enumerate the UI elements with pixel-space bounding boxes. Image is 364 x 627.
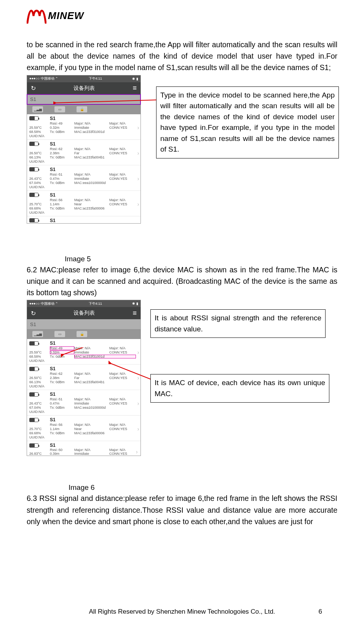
device-battery-pct: 69.68% — [29, 431, 50, 435]
device-tx: Tx: 0dBm — [50, 431, 74, 435]
menu-icon[interactable] — [133, 309, 137, 317]
device-tx: Tx: 0dBm — [50, 130, 74, 134]
device-name: S1 — [50, 417, 140, 422]
device-uuid: UUID:N/A — [29, 384, 140, 388]
device-tx: Tx: 0dBm — [50, 181, 74, 185]
sort-signal-icon[interactable]: ▁▃▅ — [32, 106, 43, 112]
sort-lock-icon[interactable]: 🔒 — [77, 331, 87, 337]
device-conn: CONN:YES — [109, 126, 136, 130]
search-input[interactable]: S1 — [27, 319, 140, 329]
device-major2: Major: N/A — [109, 122, 136, 125]
device-major1: Major: N/A — [74, 173, 109, 176]
battery-icon — [29, 141, 50, 147]
device-proximity: Immidiate — [74, 350, 109, 354]
search-input[interactable]: S1 — [27, 94, 140, 104]
device-name: S1 — [50, 366, 140, 371]
device-major1: Major: N/A — [74, 397, 109, 401]
device-distance: 0.47m — [50, 177, 74, 181]
device-uuid: UUID:N/A — [29, 410, 140, 414]
refresh-icon[interactable] — [31, 310, 36, 317]
device-distance: 0.32m — [50, 126, 74, 130]
device-major2: Major: N/A — [109, 423, 136, 427]
callout-text: It is about RSSI signal strength and the… — [155, 314, 321, 333]
device-proximity: Immidiate — [74, 126, 109, 130]
device-major1: Major: N/A — [74, 448, 109, 452]
list-item[interactable]: S1Rssi:-62Major: N/AMajor: N/A›26.50°C2.… — [27, 140, 140, 165]
chevron-right-icon: › — [136, 372, 140, 384]
device-temp: 26.43°C — [29, 401, 50, 405]
device-conn: CONN:YES — [109, 151, 136, 155]
battery-icon — [29, 443, 50, 448]
sort-signal-icon[interactable]: ▁▃▅ — [32, 331, 43, 337]
chevron-right-icon: › — [136, 122, 140, 134]
device-major1: Major: N/A — [74, 122, 109, 125]
device-temp: 26.50°C — [29, 151, 50, 155]
device-conn: CONN:YES — [109, 401, 136, 405]
chevron-right-icon: › — [136, 448, 140, 456]
device-major2: Major: N/A — [109, 198, 136, 202]
sort-bar: ▁▃▅ ▭ 🔒 — [27, 329, 140, 339]
callout-box-3: It is MAC of device, each device has its… — [150, 374, 329, 403]
device-uuid: UUID:N/A — [29, 435, 140, 439]
device-rssi: Rssi:-51 — [50, 173, 74, 176]
device-uuid: UUID:N/A — [29, 134, 140, 138]
body-paragraph-1: to be scanned in the red search frame,th… — [27, 39, 337, 74]
callout-box-1: Type in the device model to be scanned h… — [156, 86, 339, 158]
refresh-icon[interactable] — [31, 85, 36, 92]
device-temp: 25.59°C — [29, 126, 50, 130]
device-battery-pct: 66.13% — [29, 155, 50, 159]
image6-caption: Image 6 — [69, 483, 337, 492]
device-mac: MAC:ac233fa00006 — [74, 431, 136, 435]
sort-card-icon[interactable]: ▭ — [54, 106, 65, 112]
chevron-right-icon: › — [136, 198, 140, 210]
battery-icon — [29, 116, 50, 121]
device-name: S1 — [50, 116, 140, 121]
list-item[interactable]: S1Rssi:-51Major: N/AMajor: N/A›26.43°C0.… — [27, 165, 140, 191]
device-distance: 1.14m — [50, 202, 74, 206]
menu-icon[interactable] — [133, 84, 137, 92]
list-item[interactable]: S1 Rssi:-50 Major: N/A Major: N/A › 26.8… — [27, 441, 140, 456]
chevron-right-icon: › — [136, 147, 140, 159]
battery-icon — [29, 167, 50, 172]
list-item[interactable]: S1Rssi:-62Major: N/AMajor: N/A›26.50°C2.… — [27, 365, 140, 390]
device-rssi: Rssi:-50 — [50, 448, 74, 452]
device-name: S1 — [50, 218, 140, 223]
battery-icon — [29, 218, 50, 223]
chevron-right-icon: › — [136, 173, 140, 185]
callout-box-2: It is about RSSI signal strength and the… — [150, 309, 326, 338]
body-paragraph-3: 6.3 RSSI signal and distance:please refe… — [27, 493, 337, 527]
callout-text: Type in the device model to be scanned h… — [160, 91, 335, 154]
list-item[interactable]: S1 — [27, 216, 140, 223]
device-name: S1 — [50, 341, 140, 346]
device-name: S1 — [50, 192, 140, 198]
device-name: S1 — [50, 443, 140, 448]
list-item[interactable]: S1Rssi:-56Major: N/AMajor: N/A›25.70°C1.… — [27, 191, 140, 216]
device-conn: CONN:YES — [109, 452, 136, 456]
device-battery-pct: 69.68% — [29, 206, 50, 210]
device-temp: 26.83°C — [29, 452, 50, 456]
sort-card-icon[interactable]: ▭ — [54, 331, 65, 337]
device-battery-pct: 66.13% — [29, 380, 50, 384]
device-major2: Major: N/A — [109, 397, 136, 401]
battery-icon — [29, 192, 50, 198]
device-mac: MAC:ac233fa00006 — [74, 206, 136, 210]
device-mac: MAC:eea10100000d — [74, 406, 136, 409]
device-rssi: Rssi:-49 — [50, 122, 74, 125]
chevron-right-icon: › — [136, 397, 140, 409]
device-uuid: UUID:N/A — [29, 160, 140, 163]
device-uuid: UUID:N/A — [29, 359, 140, 363]
list-item[interactable]: S1Rssi:-49Major: N/AMajor: N/A›25.59°C0.… — [27, 114, 140, 140]
device-name: S1 — [50, 392, 140, 397]
logo-text: MINEW — [48, 10, 84, 22]
status-center: 下午4:11 — [89, 301, 102, 306]
status-left: ●●●○○ 中国移动 ⌃ — [29, 301, 58, 306]
device-tx: Tx: 0dBm — [50, 406, 74, 409]
device-major1: Major: N/A — [74, 423, 109, 427]
list-item[interactable]: S1Rssi:-49Major: N/AMajor: N/A›25.59°C0.… — [27, 339, 140, 365]
list-item[interactable]: S1Rssi:-51Major: N/AMajor: N/A›26.43°C0.… — [27, 390, 140, 416]
logo: MINEW — [27, 8, 337, 24]
list-item[interactable]: S1Rssi:-56Major: N/AMajor: N/A›25.70°C1.… — [27, 416, 140, 441]
sort-lock-icon[interactable]: 🔒 — [77, 106, 87, 112]
image5-caption: Image 5 — [65, 255, 337, 263]
callout-text: It is MAC of device, each device has its… — [155, 379, 325, 398]
